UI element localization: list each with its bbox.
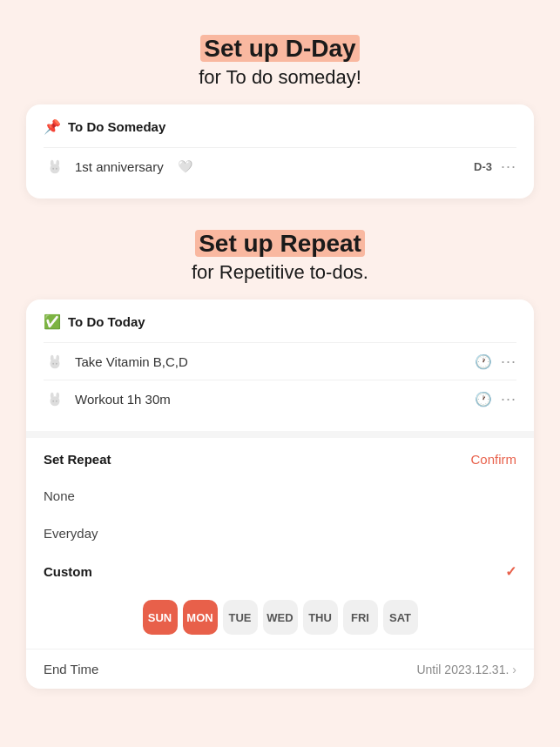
- chevron-right-icon: ›: [512, 663, 516, 676]
- svg-point-8: [52, 363, 54, 365]
- table-row: Take Vitamin B,C,D 🕐 ···: [44, 342, 516, 380]
- todo-text-vitamin: Take Vitamin B,C,D: [75, 354, 188, 369]
- set-repeat-header: Set Repeat Confirm: [26, 431, 534, 477]
- bunny-icon: [44, 350, 66, 373]
- row-left: 1st anniversary 🤍: [44, 155, 192, 178]
- confirm-button[interactable]: Confirm: [470, 452, 516, 467]
- section2-heading-highlight: Set up Repeat: [195, 230, 365, 257]
- history-icon: 🕐: [475, 353, 492, 370]
- day-wed-button[interactable]: WED: [263, 600, 298, 635]
- row-left: Take Vitamin B,C,D: [44, 350, 188, 373]
- section1-card: 📌 To Do Someday 1st anniversary 🤍 D-3 ··…: [26, 104, 534, 199]
- svg-point-2: [56, 160, 59, 166]
- svg-point-11: [51, 393, 54, 399]
- section2-card-title: To Do Today: [68, 314, 145, 329]
- bunny-icon: [44, 387, 66, 410]
- svg-point-7: [56, 355, 59, 361]
- svg-point-4: [56, 168, 57, 170]
- row-left: Workout 1h 30m: [44, 387, 171, 410]
- end-time-label: End Time: [44, 662, 98, 676]
- custom-label: Custom: [44, 564, 92, 579]
- day-selector: SUN MON TUE WED THU FRI SAT: [26, 591, 534, 649]
- svg-point-1: [51, 160, 54, 166]
- pin-icon: 📌: [44, 118, 61, 135]
- section2: Set up Repeat for Repetitive to-dos. ✅ T…: [26, 230, 534, 689]
- day-sun-button[interactable]: SUN: [143, 600, 178, 635]
- section1-card-title: To Do Someday: [68, 119, 165, 134]
- section2-title: Set up Repeat for Repetitive to-dos.: [192, 230, 368, 284]
- set-repeat-section: Set Repeat Confirm None Everyday Custom …: [26, 431, 534, 689]
- repeat-option-custom[interactable]: Custom ✓: [26, 552, 534, 591]
- heart-icon: 🤍: [178, 159, 192, 173]
- check-icon: ✅: [44, 313, 61, 330]
- todo-text: 1st anniversary: [75, 159, 164, 174]
- checkmark-icon: ✓: [505, 563, 516, 580]
- section1-heading: Set up D-Day: [199, 35, 361, 63]
- section1-card-header: 📌 To Do Someday: [44, 118, 516, 135]
- row-right: 🕐 ···: [475, 353, 516, 371]
- more-options-button[interactable]: ···: [501, 390, 516, 408]
- svg-point-3: [52, 168, 54, 170]
- svg-point-12: [56, 393, 59, 399]
- d-day-badge: D-3: [474, 160, 492, 173]
- table-row: Workout 1h 30m 🕐 ···: [44, 380, 516, 417]
- table-row: 1st anniversary 🤍 D-3 ···: [44, 147, 516, 185]
- section2-card-top: ✅ To Do Today Take Vitamin B,C,D: [26, 299, 534, 431]
- history-icon: 🕐: [475, 391, 492, 407]
- end-time-row[interactable]: End Time Until 2023.12.31. ›: [26, 649, 534, 689]
- bunny-icon: [44, 155, 66, 178]
- day-thu-button[interactable]: THU: [303, 600, 338, 635]
- repeat-option-none[interactable]: None: [26, 477, 534, 515]
- section1-subtitle: for To do someday!: [199, 66, 361, 89]
- svg-point-6: [51, 355, 54, 361]
- end-time-value: Until 2023.12.31. ›: [416, 663, 516, 676]
- more-options-button[interactable]: ···: [501, 158, 516, 176]
- section2-subtitle: for Repetitive to-dos.: [192, 261, 368, 284]
- section1-heading-highlight: Set up D-Day: [200, 35, 359, 62]
- more-options-button[interactable]: ···: [501, 353, 516, 371]
- set-repeat-title: Set Repeat: [44, 452, 111, 467]
- row-right: 🕐 ···: [475, 390, 516, 408]
- section2-card: ✅ To Do Today Take Vitamin B,C,D: [26, 299, 534, 689]
- end-time-text: Until 2023.12.31.: [416, 663, 509, 676]
- section2-heading: Set up Repeat: [192, 230, 368, 258]
- day-sat-button[interactable]: SAT: [383, 600, 418, 635]
- row-right: D-3 ···: [474, 158, 516, 176]
- section1-title: Set up D-Day for To do someday!: [199, 35, 361, 89]
- day-fri-button[interactable]: FRI: [343, 600, 378, 635]
- section2-card-header: ✅ To Do Today: [44, 313, 516, 330]
- svg-point-14: [56, 400, 57, 402]
- todo-text-workout: Workout 1h 30m: [75, 392, 171, 407]
- day-tue-button[interactable]: TUE: [223, 600, 258, 635]
- day-mon-button[interactable]: MON: [183, 600, 218, 635]
- svg-point-13: [52, 400, 54, 402]
- repeat-option-everyday[interactable]: Everyday: [26, 515, 534, 552]
- svg-point-9: [56, 363, 57, 365]
